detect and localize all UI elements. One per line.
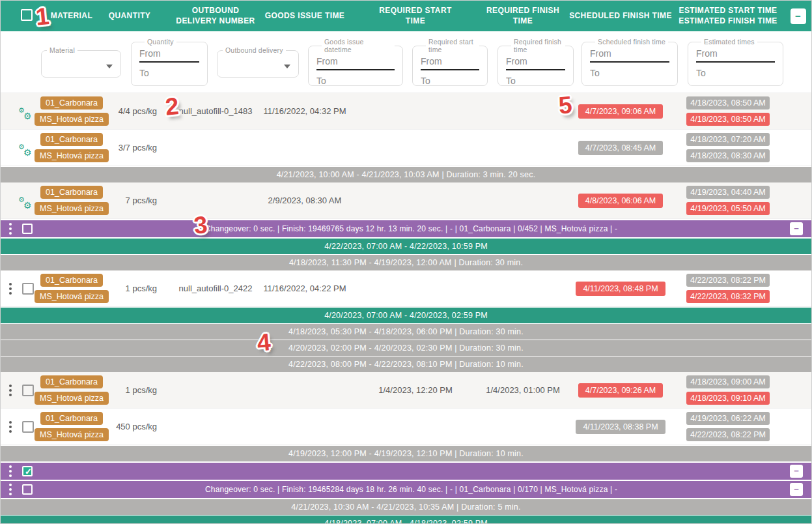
material-tag: MS_Hotová pizza xyxy=(35,149,109,162)
column-header-required-start: REQUIRED START TIME xyxy=(354,6,477,26)
row-checkbox[interactable] xyxy=(22,224,33,234)
goods-issue-filter: Goods issue datetime xyxy=(308,38,403,86)
outbound-delivery-value: null_autofill-0_2422 xyxy=(175,284,256,293)
estimated-finish-badge: 4/19/2023, 05:50 AM xyxy=(686,202,770,215)
column-header-required-finish: REQUIRED FINISH TIME xyxy=(477,6,568,26)
row-checkbox[interactable] xyxy=(22,466,33,476)
row-checkbox[interactable] xyxy=(22,385,34,396)
chevron-down-icon[interactable] xyxy=(284,65,290,68)
required-finish-filter: Required finish time xyxy=(497,38,574,86)
shift-banner: 4/18/2023, 07:00 AM - 4/18/2023, 02:59 P… xyxy=(1,516,811,524)
table-row: ⚙⚙ 01_CarbonaraMS_Hotová pizza 7 pcs/kg … xyxy=(1,182,811,219)
collapse-row-button[interactable]: − xyxy=(790,222,803,235)
material-tag: 01_Carbonara xyxy=(40,133,103,146)
downtime-banner: 4/18/2023, 05:30 PM - 4/18/2023, 06:00 P… xyxy=(1,324,811,340)
annotation-3: 3 xyxy=(193,211,208,240)
material-tag: 01_Carbonara xyxy=(40,274,103,287)
required-start-to-input[interactable] xyxy=(421,72,479,89)
changeover-row: Changeover: 0 sec. | Finish: 19465284 da… xyxy=(1,481,811,498)
scheduled-finish-to-input[interactable] xyxy=(590,65,669,81)
estimated-times-filter: Estimated times xyxy=(688,38,783,86)
estimated-start-badge: 4/19/2023, 06:22 AM xyxy=(686,412,770,425)
row-checkbox[interactable] xyxy=(22,484,33,495)
downtime-banner: 4/21/2023, 10:00 AM - 4/21/2023, 10:03 A… xyxy=(1,167,811,182)
quantity-value: 1 pcs/kg xyxy=(101,284,158,293)
required-finish-value: 1/4/2023, 01:00 PM xyxy=(477,385,568,395)
table-row: ⚙⚙ 01_CarbonaraMS_Hotová pizza 3/7 pcs/k… xyxy=(1,130,811,166)
estimated-finish-badge: 4/18/2023, 08:30 AM xyxy=(686,149,770,162)
estimated-finish-badge: 4/22/2023, 08:32 PM xyxy=(686,290,770,303)
kebab-menu-icon[interactable] xyxy=(9,484,12,495)
estimated-from-input[interactable] xyxy=(696,46,775,63)
downtime-banner: 4/22/2023, 08:00 PM - 4/22/2023, 08:10 P… xyxy=(1,357,811,372)
collapse-row-button[interactable]: − xyxy=(790,483,803,496)
goods-issue-value: 11/16/2022, 04:32 PM xyxy=(256,106,354,116)
scheduled-finish-badge: 4/11/2023, 08:48 PM xyxy=(576,282,665,296)
quantity-value: 4/4 pcs/kg xyxy=(101,106,158,116)
downtime-banner: 4/20/2023, 02:00 PM - 4/20/2023, 02:30 P… xyxy=(1,340,811,356)
annotation-5: 5 xyxy=(557,91,573,120)
table-row: 01_CarbonaraMS_Hotová pizza 1 pcs/kg 1/4… xyxy=(1,372,811,409)
annotation-1: 1 xyxy=(35,3,50,31)
goods-issue-to-input[interactable] xyxy=(316,72,395,89)
goods-issue-value: 2/9/2023, 08:30 AM xyxy=(256,196,354,205)
goods-issue-value: 11/16/2022, 04:22 PM xyxy=(256,284,354,293)
kebab-menu-icon[interactable] xyxy=(9,223,12,235)
material-filter-select[interactable]: Material xyxy=(41,46,121,78)
required-finish-to-input[interactable] xyxy=(506,72,565,89)
order-table: MATERIAL QUANTITY OUTBOUND DELIVERY NUMB… xyxy=(0,0,812,524)
material-tag: 01_Carbonara xyxy=(40,186,103,199)
column-header-outbound-delivery: OUTBOUND DELIVERY NUMBER xyxy=(175,6,256,26)
quantity-value: 3/7 pcs/kg xyxy=(101,143,158,153)
downtime-banner: 4/18/2023, 11:30 PM - 4/19/2023, 12:00 A… xyxy=(1,255,811,270)
outbound-delivery-filter-select[interactable]: Outbound delivery xyxy=(217,46,299,78)
table-row: 01_CarbonaraMS_Hotová pizza 1 pcs/kg nul… xyxy=(1,270,811,307)
material-tag: MS_Hotová pizza xyxy=(35,428,109,441)
quantity-from-input[interactable] xyxy=(139,46,199,63)
scheduled-finish-filter: Scheduled finish time xyxy=(581,38,678,86)
changeover-summary: Changeover: 0 sec. | Finish: 19469765 da… xyxy=(33,224,790,233)
material-tag: MS_Hotová pizza xyxy=(35,113,109,126)
quantity-value: 450 pcs/kg xyxy=(101,422,158,431)
material-tag: 01_Carbonara xyxy=(40,96,103,109)
material-tag: MS_Hotová pizza xyxy=(35,392,109,405)
estimated-to-input[interactable] xyxy=(696,65,775,81)
quantity-to-input[interactable] xyxy=(139,65,199,81)
kebab-menu-icon[interactable] xyxy=(9,385,12,396)
column-header-material: MATERIAL xyxy=(42,11,101,22)
collapse-row-button[interactable]: − xyxy=(790,465,803,478)
goods-issue-from-input[interactable] xyxy=(316,53,395,70)
kebab-menu-icon[interactable] xyxy=(9,465,12,477)
kebab-menu-icon[interactable] xyxy=(9,421,12,433)
material-tag: MS_Hotová pizza xyxy=(35,202,109,215)
table-header: MATERIAL QUANTITY OUTBOUND DELIVERY NUMB… xyxy=(1,1,811,31)
estimated-start-badge: 4/19/2023, 04:40 AM xyxy=(686,186,770,199)
row-checkbox[interactable] xyxy=(22,283,34,295)
scheduled-finish-from-input[interactable] xyxy=(590,46,669,63)
downtime-banner: 4/19/2023, 12:00 PM - 4/19/2023, 12:10 P… xyxy=(1,446,811,461)
chevron-down-icon[interactable] xyxy=(106,65,113,68)
material-tag: 01_Carbonara xyxy=(40,412,103,425)
quantity-value: 7 pcs/kg xyxy=(101,196,158,205)
annotation-4: 4 xyxy=(256,328,272,357)
changeover-row: Changeover: 0 sec. | Finish: 19469765 da… xyxy=(1,220,811,237)
required-finish-from-input[interactable] xyxy=(506,53,565,70)
column-header-scheduled-finish: SCHEDULED FINISH TIME xyxy=(568,11,673,22)
column-header-quantity: QUANTITY xyxy=(101,11,158,22)
kebab-menu-icon[interactable] xyxy=(9,283,12,295)
annotation-2: 2 xyxy=(164,93,180,121)
scheduled-finish-badge: 4/11/2023, 08:38 PM xyxy=(576,420,665,434)
material-tag: 01_Carbonara xyxy=(40,375,103,388)
shift-banner: 4/20/2023, 07:00 AM - 4/20/2023, 02:59 P… xyxy=(1,308,811,323)
select-all-checkbox[interactable] xyxy=(21,9,33,21)
row-checkbox[interactable] xyxy=(22,421,34,433)
required-start-from-input[interactable] xyxy=(421,53,479,70)
material-tag: MS_Hotová pizza xyxy=(35,290,109,303)
material-filter-label: Material xyxy=(47,46,77,54)
estimated-finish-badge: 4/18/2023, 09:10 AM xyxy=(686,392,770,405)
outbound-delivery-value: null_autofill-0_1483 xyxy=(175,106,256,116)
filter-row: Material Quantity Outbound delivery Good… xyxy=(1,31,811,93)
changeover-row: − xyxy=(1,463,811,480)
required-start-value: 1/4/2023, 12:20 PM xyxy=(354,385,477,395)
collapse-all-button[interactable]: − xyxy=(791,8,806,24)
